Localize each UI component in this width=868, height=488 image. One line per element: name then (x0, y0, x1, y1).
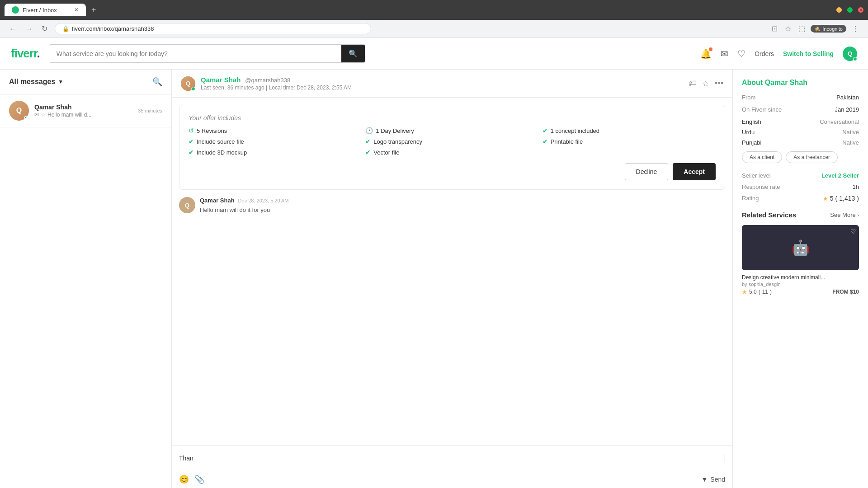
menu-icon[interactable]: ⋮ (850, 23, 861, 35)
as-client-tab[interactable]: As a client (742, 151, 782, 163)
conversation-preview: ✉ ☆ Hello mam will d... (34, 112, 132, 118)
punjabi-lang-level: Native (842, 139, 859, 146)
message-sender-name: Qamar Shah (200, 197, 235, 204)
sidebar-header: All messages ▼ 🔍 (0, 70, 171, 94)
on-fiverr-label: On Fiverr since (742, 106, 782, 113)
rating-count-close: ) (857, 195, 859, 202)
accept-button[interactable]: Accept (673, 163, 716, 180)
service-info: Design creative modern minimali... by so… (742, 274, 859, 296)
seller-name-link[interactable]: Qamar Shah (765, 79, 807, 86)
seller-level-value: Level 2 Seller (821, 172, 859, 179)
check-icon-6: ✔ (365, 149, 371, 156)
delivery-text: 1 Day Delivery (376, 127, 414, 134)
browser-tab[interactable]: Fiverr / Inbox ✕ (5, 4, 86, 16)
on-fiverr-value: Jan 2019 (835, 106, 859, 113)
service-review-count: ( (759, 289, 760, 295)
tag-icon[interactable]: 🏷 (689, 79, 697, 89)
fiverr-logo[interactable]: fiverr. (11, 47, 40, 61)
url-bar[interactable]: 🔒 fiverr.com/inbox/qamarshah338 (55, 23, 371, 34)
offer-feature-revisions: ↺ 5 Revisions (189, 127, 362, 134)
new-tab-button[interactable]: + (91, 5, 96, 15)
related-services-header: Related Services See More › (742, 211, 859, 219)
from-label: From (742, 94, 755, 101)
message-text: Hello mam will do it for you (200, 206, 725, 215)
offer-feature-printable: ✔ Printable file (542, 138, 716, 145)
chevron-right-icon: › (857, 212, 859, 218)
close-button[interactable]: ✕ (858, 7, 863, 13)
send-button[interactable]: ▼ Send (701, 476, 725, 483)
tab-close-button[interactable]: ✕ (74, 7, 79, 13)
star-action-icon[interactable]: ☆ (702, 79, 709, 89)
response-rate-value: 1h (853, 183, 859, 190)
online-dot (24, 116, 28, 120)
favorites-icon[interactable]: ♡ (737, 48, 745, 59)
mockup-text: Include 3D mockup (197, 149, 247, 156)
refresh-icon: ↺ (189, 127, 194, 134)
service-rating: ★ 5.0 (11) (742, 289, 772, 296)
english-lang-name: English (742, 118, 761, 125)
url-text: fiverr.com/inbox/qamarshah338 (72, 25, 154, 32)
vector-text: Vector file (373, 149, 399, 156)
from-row: From Pakistan (742, 94, 859, 101)
sidebar-search-button[interactable]: 🔍 (152, 77, 162, 87)
message-row: Q Qamar Shah Dec 28, 2023, 5:20 AM Hello… (179, 197, 725, 215)
switch-selling-link[interactable]: Switch to Selling (783, 50, 834, 57)
see-more-link[interactable]: See More › (830, 211, 859, 218)
rating-star-icon: ★ (823, 195, 828, 202)
offer-feature-vector: ✔ Vector file (365, 149, 538, 156)
offer-feature-source: ✔ Include source file (189, 138, 362, 145)
notification-icon[interactable]: 🔔 (700, 48, 712, 59)
incognito-badge: 🕵 Incognito (811, 25, 846, 33)
rating-count-number: 1,413 (839, 195, 855, 202)
forward-button[interactable]: → (24, 23, 34, 35)
emoji-button[interactable]: 😊 (179, 474, 189, 484)
orders-link[interactable]: Orders (755, 50, 774, 57)
as-freelancer-tab[interactable]: As a freelancer (786, 151, 838, 163)
lock-icon: 🔒 (62, 26, 69, 32)
related-service-card[interactable]: 🤖 ♡ Design creative modern minimali... b… (742, 225, 859, 296)
chat-area: Q Qamar Shah @qamarshah338 Last seen: 36… (172, 70, 732, 488)
back-button[interactable]: ← (7, 23, 18, 35)
chat-input-toolbar: 😊 📎 ▼ Send (172, 471, 732, 488)
english-language-row: English Conversational (742, 118, 859, 125)
header-actions: 🔔 ✉ ♡ Orders Switch to Selling Q (700, 47, 857, 61)
more-options-icon[interactable]: ••• (715, 79, 723, 89)
inbox-icon[interactable]: ✉ (721, 48, 728, 59)
rating-row: Rating ★ 5 (1,413) (742, 195, 859, 202)
minimize-button[interactable]: − (836, 7, 842, 13)
service-favorite-icon[interactable]: ♡ (850, 228, 856, 235)
user-avatar[interactable]: Q (843, 47, 857, 61)
check-icon-5: ✔ (189, 149, 194, 156)
incognito-label: Incognito (822, 26, 843, 32)
online-indicator (853, 57, 857, 61)
chat-text-input[interactable] (179, 455, 725, 462)
last-seen-text: Last seen: 36 minutes ago (201, 84, 264, 91)
chat-status: Last seen: 36 minutes ago | Local time: … (201, 84, 683, 91)
cast-icon[interactable]: ⊡ (770, 23, 779, 35)
search-input[interactable] (49, 46, 341, 62)
search-button[interactable]: 🔍 (341, 45, 365, 62)
refresh-button[interactable]: ↻ (40, 23, 49, 35)
decline-button[interactable]: Decline (625, 163, 669, 180)
send-label: Send (710, 476, 725, 483)
browser-chrome: Fiverr / Inbox ✕ + − □ ✕ (0, 0, 868, 20)
conversation-item[interactable]: Q Qamar Shah ✉ ☆ Hello mam will d... 35 … (0, 94, 171, 127)
chat-username[interactable]: Qamar Shah (201, 76, 241, 84)
check-icon-4: ✔ (542, 138, 548, 145)
transparency-text: Logo transparency (373, 138, 422, 145)
incognito-icon: 🕵 (814, 26, 821, 32)
offer-feature-mockup: ✔ Include 3D mockup (189, 149, 362, 156)
tab-title: Fiverr / Inbox (23, 7, 57, 14)
local-time-text: Local time: Dec 28, 2023, 2:55 AM (269, 84, 352, 91)
service-footer: ★ 5.0 (11) FROM $10 (742, 289, 859, 296)
star-bookmark-icon[interactable]: ☆ (783, 23, 793, 35)
seller-level-row: Seller level Level 2 Seller (742, 172, 859, 179)
service-thumbnail: 🤖 ♡ (742, 225, 859, 270)
attachment-button[interactable]: 📎 (194, 474, 204, 484)
maximize-button[interactable]: □ (847, 7, 853, 13)
conversation-avatar: Q (9, 101, 29, 121)
urdu-lang-name: Urdu (742, 129, 755, 136)
chat-messages[interactable]: Your offer includes ↺ 5 Revisions 🕐 1 Da… (172, 98, 732, 445)
sidebar-title[interactable]: All messages ▼ (9, 78, 63, 86)
profile-icon[interactable]: ⬚ (797, 23, 807, 35)
